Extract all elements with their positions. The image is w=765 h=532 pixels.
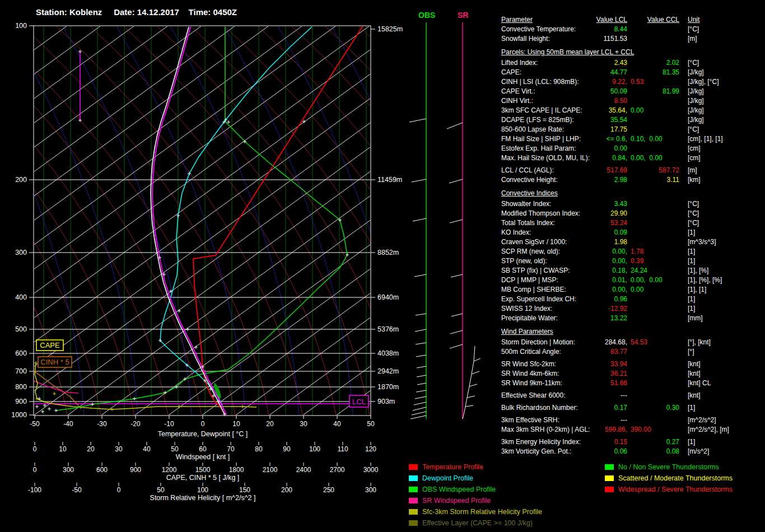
- svg-text:5376m: 5376m: [377, 325, 399, 333]
- svg-text:2100: 2100: [263, 466, 278, 474]
- param-value-ccl: 0.27: [627, 437, 683, 447]
- svg-text:30: 30: [300, 420, 307, 428]
- param-value-lcl: 2.43: [614, 58, 627, 68]
- svg-text:800: 800: [15, 383, 27, 391]
- table-row: Craven SigSvr / 1000:1.98[m^3/s^3]: [501, 237, 765, 247]
- severity-legend-item: Widespread / Severe Thunderstorms: [605, 484, 733, 495]
- cinh-label: CINH * 5: [38, 357, 72, 367]
- legend-swatch: [605, 464, 614, 470]
- svg-text:20: 20: [87, 445, 95, 453]
- svg-text:40: 40: [333, 420, 341, 428]
- section-header: Convective Indices: [501, 189, 765, 198]
- table-row: DCP | MMP | MSP:0.01,0.00, 0.00[1], [%],…: [501, 276, 765, 285]
- param-value-lcl: 0.06: [614, 447, 627, 456]
- param-label: 3km Energy Helicity Index:: [501, 437, 614, 447]
- param-unit: [J/kg], [°C]: [683, 77, 765, 87]
- svg-text:900: 900: [15, 398, 27, 405]
- value-part: 24.24: [631, 267, 647, 274]
- param-value-lcl: ---: [621, 391, 627, 400]
- value-part: 0.84,: [612, 154, 627, 162]
- param-value-lcl: 0.01,: [612, 276, 627, 285]
- param-value-extra: 0.00, 0.00: [627, 276, 683, 285]
- wind-barb-columns: [409, 22, 481, 419]
- param-value-lcl: 1151.53: [604, 34, 628, 44]
- severity-legend-item: Scattered / Moderate Thunderstorms: [605, 473, 733, 484]
- temperature-profile: [193, 26, 363, 414]
- value-part: ---: [621, 416, 627, 424]
- value-part: 35.64,: [609, 106, 627, 114]
- table-row: SR Wind 4km-6km:36.21[knt]: [501, 369, 765, 379]
- table-row: Max. Hail Size (OLD, MU, IL):0.84,0.00, …: [501, 153, 765, 163]
- value-part: 35.54: [610, 116, 627, 124]
- value-part: 0.00: [631, 106, 643, 114]
- param-label: MB Comp | SHERBE:: [501, 285, 612, 295]
- param-unit: [knt] CL: [683, 379, 765, 388]
- param-label: SWISS 12 Index:: [501, 304, 608, 314]
- svg-text:11459m: 11459m: [377, 176, 402, 184]
- value-part: 0.39: [631, 257, 643, 265]
- svg-text:-30: -30: [97, 420, 107, 428]
- param-unit: [1], [1]: [683, 285, 765, 295]
- profile-legend-item: Temperature Profile: [409, 461, 483, 473]
- table-row: 500m Critical Angle:83.77[°]: [501, 347, 765, 357]
- svg-text:100: 100: [15, 22, 27, 30]
- param-label: STP (new, old):: [501, 256, 612, 266]
- background-grid: [0, 26, 493, 416]
- profile-legend-item: Effective Layer (CAPE >= 100 J/kg): [409, 517, 533, 529]
- param-label: Bulk Richardson Number:: [501, 403, 614, 413]
- param-value-ccl: 587.72: [627, 166, 683, 175]
- legend-swatch: [409, 520, 418, 526]
- param-unit: [m/s^2]: [683, 447, 765, 456]
- bottom-axis-3: -100-50050100150200250300Storm Relative …: [28, 483, 376, 502]
- param-value-lcl: 44.77: [610, 68, 627, 77]
- svg-text:80: 80: [255, 445, 263, 453]
- table-row: 3km Energy Helicity Index:0.150.27[1]: [501, 437, 765, 447]
- svg-text:110: 110: [337, 445, 348, 453]
- value-part: 51.66: [610, 379, 627, 387]
- cape-label: CAPE: [36, 340, 63, 351]
- param-label: 850-600 Lapse Rate:: [501, 125, 610, 134]
- param-unit: [J/kg]: [683, 106, 765, 115]
- param-value-lcl: 1.98: [614, 237, 627, 247]
- param-value-lcl: 35.64,: [609, 106, 627, 115]
- value-part: 0.00, 0.00: [631, 276, 663, 284]
- svg-text:10: 10: [59, 445, 67, 453]
- value-part: 0.15: [614, 438, 627, 446]
- param-value-lcl: 0.00,: [612, 256, 627, 266]
- table-row: SCP RM (new, old):0.00,1.78[1]: [501, 247, 765, 256]
- param-label: 3km Vorticity Gen. Pot.:: [501, 447, 614, 456]
- svg-text:1500: 1500: [195, 466, 211, 474]
- table-row: Modified Thompson Index:29.90[°C]: [501, 209, 765, 218]
- svg-text:600: 600: [15, 349, 27, 357]
- svg-text:-50: -50: [30, 420, 40, 428]
- svg-text:1870m: 1870m: [377, 383, 399, 391]
- svg-text:15825m: 15825m: [377, 25, 403, 33]
- pressure-axis: 1002003004005006007008009001000: [11, 22, 34, 419]
- param-unit: [m]: [683, 34, 765, 44]
- table-row: Storm Direction | Motion:284.68,54.53[°]…: [501, 338, 765, 347]
- parameter-table: ParameterValue LCLValue CCLUnitConvectiv…: [501, 15, 765, 456]
- param-unit: [cm]: [683, 144, 765, 153]
- value-part: -12.92: [608, 305, 627, 312]
- svg-text:2942m: 2942m: [377, 367, 399, 375]
- svg-text:CINH * 5: CINH * 5: [40, 358, 69, 366]
- skewt-chart: 100200300400500600700800900100015825m114…: [0, 0, 493, 532]
- value-part: 0.00, 0.00: [631, 154, 663, 162]
- param-unit: [J/kg]: [683, 115, 765, 125]
- param-unit: [°C]: [683, 199, 765, 209]
- section-header: Wind Parameters: [501, 327, 765, 337]
- value-part: 2.02: [666, 59, 679, 67]
- table-row: KO Index:0.09[1]: [501, 228, 765, 237]
- svg-text:900: 900: [130, 466, 141, 474]
- param-value-extra: 0.10, 0.00: [627, 134, 683, 144]
- svg-text:10: 10: [232, 420, 240, 428]
- svg-text:200: 200: [15, 176, 27, 184]
- legend-label: No / Non Severe Thunderstorms: [618, 463, 719, 471]
- value-part: 0.53: [631, 78, 643, 86]
- param-unit: [J/kg]: [683, 87, 765, 96]
- table-row: SWISS 12 Index:-12.92[1]: [501, 304, 765, 314]
- param-label: Total Totals Index:: [501, 218, 610, 228]
- svg-text:2400: 2400: [296, 466, 311, 474]
- param-label: Convective Height:: [501, 175, 614, 185]
- svg-text:300: 300: [365, 486, 376, 494]
